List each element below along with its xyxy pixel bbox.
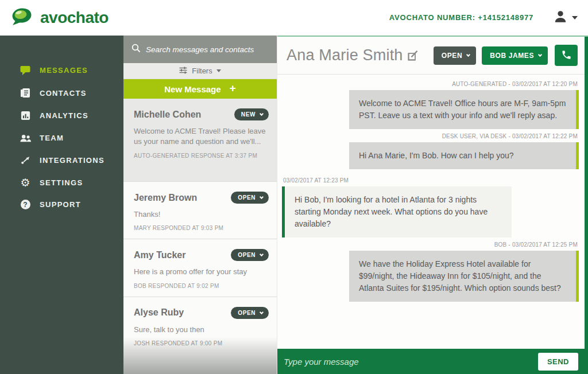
chat-bubble-icon [19,64,32,76]
sidebar-item-integrations[interactable]: INTEGRATIONS [0,149,123,172]
message-thread: AUTO-GENERATED - 03/02/2017 AT 12:20 PM … [277,75,585,349]
status-badge[interactable]: OPEN [231,249,269,261]
status-badge[interactable]: OPEN [231,192,269,204]
sidebar-item-team[interactable]: TEAM [0,127,123,149]
sidebar-item-label: TEAM [40,134,64,142]
contact-name: Amy Tucker [134,250,185,260]
chevron-down-icon [260,310,264,314]
edit-icon[interactable] [407,49,419,64]
message-input[interactable] [284,357,538,367]
message-outbound: DESK USER, VIA DESK - 03/02/2017 AT 12:2… [282,133,579,169]
contact-name: Jeremy Brown [134,193,197,203]
conversation-meta: BOB RESPONDED AT 9:02 PM [134,283,269,289]
message-bubble: Hi Ana Marie, I'm Bob. How can I help yo… [349,142,579,169]
conversation-meta: AUTO-GENERATED RESPONSE AT 3:37 PM [134,153,269,159]
brand-logo[interactable]: avochato [10,7,109,29]
message-preview: Welcome to ACME Travel! Please leave us … [134,126,269,147]
message-meta: 03/02/2017 AT 12:23 PM [283,177,578,184]
message-bubble: Welcome to ACME Travel! Office hours are… [349,90,579,129]
sidebar-item-support[interactable]: ? SUPPORT [0,194,123,215]
status-badge[interactable]: OPEN [231,307,269,319]
call-button[interactable] [555,45,578,66]
conversation-status-dropdown[interactable]: OPEN [434,46,476,65]
sidebar: MESSAGES CONTACTS [0,36,123,374]
sidebar-item-label: INTEGRATIONS [40,156,105,165]
top-header: avochato AVOCHATO NUMBER: +14152148977 [0,0,588,36]
phone-icon [561,49,572,62]
assigned-agent-dropdown[interactable]: BOB JAMES [482,46,548,65]
message-outbound: BOB - 03/02/2017 AT 12:25 PM We have the… [282,241,579,302]
plus-icon: + [230,82,236,95]
sidebar-item-label: MESSAGES [40,66,88,75]
bar-chart-icon [19,110,32,121]
integrations-icon [19,155,32,166]
message-outbound: AUTO-GENERATED - 03/02/2017 AT 12:20 PM … [282,81,579,129]
brand-wordmark: avochato [40,9,109,27]
chevron-down-icon [260,195,264,199]
message-inbound: 03/02/2017 AT 12:23 PM Hi Bob, I'm looki… [282,177,579,237]
conversation-meta: JOSH RESPONDED AT 9:00 PM [134,340,269,346]
contact-name: Michelle Cohen [134,110,201,120]
contacts-icon [19,87,32,99]
chevron-down-icon [260,112,264,116]
message-meta: DESK USER, VIA DESK - 03/02/2017 AT 12:2… [283,133,578,139]
message-preview: Thanks! [134,209,269,220]
message-meta: BOB - 03/02/2017 AT 12:25 PM [283,241,578,248]
message-preview: Sure, talk to you then [134,325,269,335]
gear-icon: ⚙ [19,177,32,188]
avocado-logo-icon [10,7,34,29]
avochato-app: avochato AVOCHATO NUMBER: +14152148977 [0,0,588,374]
status-badge[interactable]: NEW [234,108,269,120]
user-menu-button[interactable] [553,9,578,26]
chevron-down-icon [216,69,221,72]
message-composer: SEND [277,349,585,374]
message-bubble: Hi Bob, I'm looking for a hotel in Atlan… [282,186,512,237]
sidebar-item-messages[interactable]: MESSAGES [0,59,123,81]
user-avatar-icon [553,9,568,26]
message-meta: AUTO-GENERATED - 03/02/2017 AT 12:20 PM [283,81,578,87]
sidebar-item-label: ANALYTICS [40,111,88,120]
new-message-button[interactable]: New Message + [123,79,277,99]
search-bar [123,36,277,63]
chat-header: Ana Marie Smith OPEN BOB JAMES [277,37,585,75]
send-button[interactable]: SEND [538,353,578,371]
chevron-down-icon [466,53,470,57]
sidebar-item-label: CONTACTS [40,89,87,98]
chevron-down-icon [572,16,578,20]
team-people-icon [19,133,32,143]
sidebar-item-analytics[interactable]: ANALYTICS [0,104,123,127]
sidebar-item-settings[interactable]: ⚙ SETTINGS [0,172,123,194]
conversation-list-panel: Filters New Message + Michelle Cohen NEW… [123,36,277,374]
page-title: Ana Marie Smith [287,46,403,64]
filters-button[interactable]: Filters [123,63,277,79]
list-item[interactable]: Michelle Cohen NEW Welcome to ACME Trave… [123,99,277,182]
sidebar-item-label: SUPPORT [40,200,81,209]
conversation-list: Michelle Cohen NEW Welcome to ACME Trave… [123,99,277,374]
contact-name: Alyse Ruby [134,307,184,318]
list-item[interactable]: Jeremy Brown OPEN Thanks! MARY RESPONDED… [123,182,277,239]
conversation-meta: MARY RESPONDED AT 9:03 PM [134,225,269,231]
help-question-icon: ? [19,200,32,209]
list-item[interactable]: Alyse Ruby OPEN Sure, talk to you then J… [123,297,277,354]
message-bubble: We have the Holiday Express Hotel availa… [349,251,579,302]
right-edge-stripe [585,36,588,374]
filters-label: Filters [192,67,212,75]
chevron-down-icon [538,53,542,57]
chat-panel: Ana Marie Smith OPEN BOB JAMES [277,36,585,374]
search-icon [131,44,141,55]
chevron-down-icon [260,252,264,256]
avochato-number-label: AVOCHATO NUMBER: +14152148977 [389,13,533,22]
sidebar-item-label: SETTINGS [40,178,83,187]
search-input[interactable] [146,45,269,54]
message-preview: Here is a promo offer for your stay [134,267,269,277]
list-item[interactable]: Amy Tucker OPEN Here is a promo offer fo… [123,239,277,297]
filters-tune-icon [179,66,187,76]
sidebar-item-contacts[interactable]: CONTACTS [0,81,123,104]
